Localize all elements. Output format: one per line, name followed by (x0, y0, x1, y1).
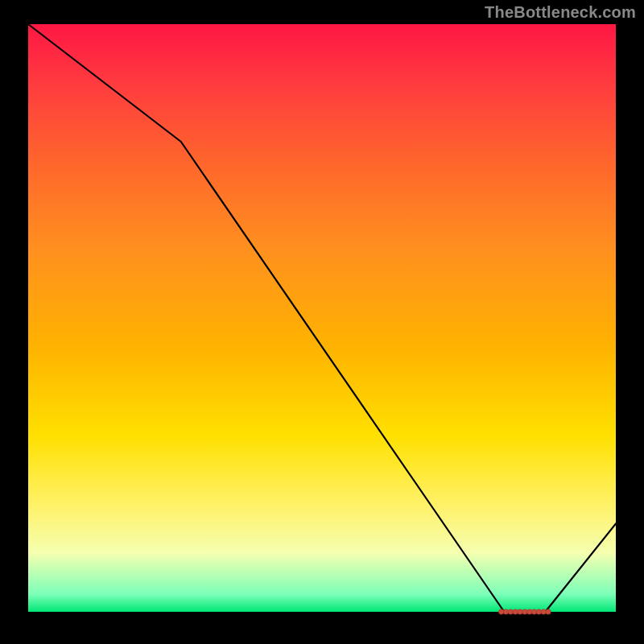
marker-dot (503, 609, 508, 614)
marker-dot (522, 609, 527, 614)
marker-dot (536, 609, 541, 614)
chart-frame: TheBottleneck.com (0, 0, 644, 644)
marker-dot (531, 609, 536, 614)
marker-dot (499, 609, 504, 614)
marker-dot (546, 609, 551, 614)
bottleneck-curve (28, 24, 616, 612)
plot-area (28, 24, 616, 612)
marker-dot (541, 609, 546, 614)
marker-dot (518, 609, 522, 614)
attribution-text: TheBottleneck.com (485, 3, 636, 22)
marker-dot (527, 609, 532, 614)
marker-dot (508, 609, 513, 614)
marker-dot (513, 609, 518, 614)
marker-group (499, 609, 551, 614)
chart-overlay (28, 24, 616, 612)
